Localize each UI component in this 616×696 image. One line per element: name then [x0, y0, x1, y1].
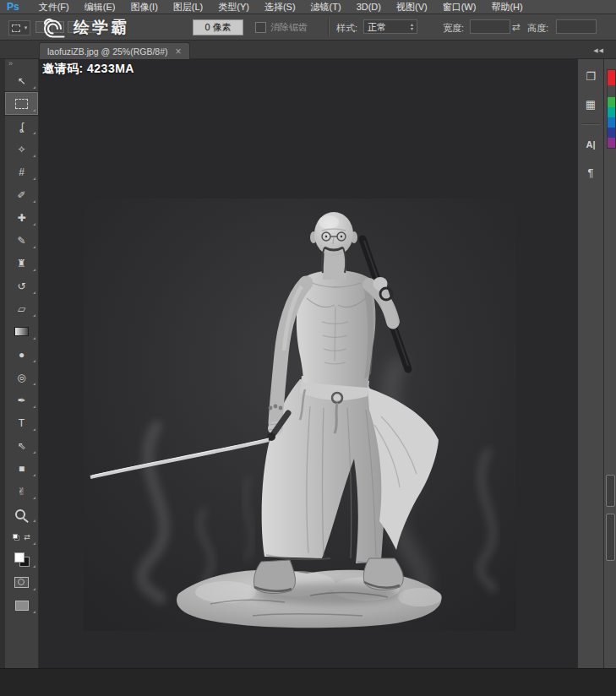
- feather-input[interactable]: 0 像素: [193, 19, 243, 35]
- move-tool[interactable]: ↖: [5, 69, 38, 92]
- type-tool[interactable]: T: [5, 411, 38, 434]
- height-input[interactable]: [556, 19, 597, 34]
- path-selection-icon: ⇖: [17, 440, 25, 452]
- close-icon[interactable]: ×: [176, 46, 182, 57]
- clone-stamp-icon: ♜: [17, 258, 26, 269]
- document-tab[interactable]: laofuziZB.jpg @ 25%(RGB/8#) ×: [39, 42, 190, 59]
- color-segment: [608, 107, 615, 117]
- screen-mode-button[interactable]: [5, 594, 38, 617]
- history-brush-tool[interactable]: ↺: [5, 275, 38, 297]
- menu-3d[interactable]: 3D(D): [349, 0, 389, 14]
- pen-icon: ✒: [17, 394, 25, 406]
- history-brush-icon: ↺: [17, 280, 25, 292]
- fg-bg-swatches[interactable]: [5, 548, 38, 571]
- foreground-color-swatch[interactable]: [14, 552, 25, 563]
- toolbar-collapse-icon[interactable]: »: [5, 59, 38, 69]
- photoshop-logo: Ps: [7, 1, 19, 13]
- color-segment: [608, 128, 615, 138]
- zoom-tool[interactable]: [5, 503, 38, 525]
- clone-source-panel-icon[interactable]: ❐: [586, 68, 596, 84]
- quick-mask-icon: [14, 577, 29, 588]
- type-icon: T: [19, 417, 25, 429]
- width-label: 宽度:: [443, 22, 464, 35]
- photoshop-window: Ps 文件(F) 编辑(E) 图像(I) 图层(L) 类型(Y) 选择(S) 滤…: [0, 0, 616, 696]
- right-edge-strip: [603, 59, 616, 669]
- huixueba-watermark: 绘学霸: [39, 16, 129, 39]
- color-spectrum-bar[interactable]: [607, 69, 616, 149]
- dodge-icon: ◎: [17, 372, 25, 383]
- gradient-tool[interactable]: [5, 320, 38, 343]
- menu-image[interactable]: 图像(I): [123, 0, 165, 14]
- brush-tool[interactable]: ✎: [5, 229, 38, 252]
- collapsed-panel-tab[interactable]: [606, 514, 615, 561]
- menu-layer[interactable]: 图层(L): [166, 0, 210, 14]
- menu-edit[interactable]: 编辑(E): [77, 0, 123, 14]
- color-segment: [608, 85, 615, 97]
- panel-dock: ❐ ▦ A| ¶: [577, 59, 603, 669]
- eyedropper-icon: ✐: [17, 189, 25, 201]
- menu-help[interactable]: 帮助(H): [483, 0, 530, 14]
- document-tab-title: laofuziZB.jpg @ 25%(RGB/8#): [47, 46, 168, 57]
- dock-collapse-icon[interactable]: ◀◀: [593, 47, 604, 54]
- rectangle-icon: ■: [19, 463, 25, 475]
- eraser-tool[interactable]: ▱: [5, 297, 38, 320]
- tool-preset-picker[interactable]: ▾: [8, 20, 30, 35]
- swap-colors-icon[interactable]: ⇄: [24, 533, 30, 541]
- swap-dimensions-icon[interactable]: ⇄: [512, 21, 521, 33]
- collapsed-panel-tab[interactable]: [606, 475, 615, 507]
- eraser-icon: ▱: [18, 303, 25, 315]
- chevron-down-icon: ▾: [25, 24, 28, 31]
- color-segment: [608, 70, 615, 85]
- rectangular-marquee-tool[interactable]: [5, 92, 38, 115]
- color-segment: [608, 117, 615, 128]
- spinner-icon[interactable]: ▴▾: [411, 20, 413, 33]
- height-label: 高度:: [527, 22, 548, 35]
- menu-window[interactable]: 窗口(W): [435, 0, 484, 14]
- tool-options-bar: ▾ 0 像素 消除锯齿 样式: 正常 ▴▾ 宽度: ⇄ 高度:: [0, 14, 616, 41]
- blur-icon: ●: [19, 349, 25, 361]
- color-control-row[interactable]: ⇄: [5, 525, 38, 548]
- healing-brush-icon: ✚: [17, 212, 25, 224]
- lasso-tool[interactable]: ʆ: [5, 115, 38, 138]
- rectangle-tool[interactable]: ■: [5, 457, 38, 480]
- options-separator: [328, 18, 330, 36]
- anti-alias-checkbox[interactable]: [255, 22, 266, 33]
- sculpture-image: [84, 198, 516, 631]
- screen-mode-icon: [15, 601, 29, 611]
- menu-file[interactable]: 文件(F): [31, 0, 77, 14]
- style-label: 样式:: [336, 22, 357, 35]
- path-selection-tool[interactable]: ⇖: [5, 434, 38, 457]
- document-tab-bar: laofuziZB.jpg @ 25%(RGB/8#) × ◀◀: [0, 41, 616, 59]
- crop-icon: #: [19, 166, 25, 178]
- menu-view[interactable]: 视图(V): [389, 0, 435, 14]
- hand-tool[interactable]: ✌: [5, 480, 38, 503]
- document-canvas[interactable]: [84, 198, 516, 631]
- magic-wand-icon: ✧: [17, 144, 25, 155]
- canvas-area[interactable]: 邀请码: 4233MA: [39, 59, 577, 669]
- menu-filter[interactable]: 滤镜(T): [303, 0, 349, 14]
- marquee-icon: [15, 99, 28, 109]
- cloud-swirl-logo-icon: [39, 17, 68, 39]
- clone-stamp-tool[interactable]: ♜: [5, 252, 38, 275]
- marquee-preset-icon: [12, 24, 20, 32]
- eyedropper-tool[interactable]: ✐: [5, 183, 38, 206]
- dodge-tool[interactable]: ◎: [5, 366, 38, 389]
- paragraph-panel-icon[interactable]: ¶: [588, 164, 594, 181]
- default-colors-icon[interactable]: [13, 534, 19, 541]
- magic-wand-tool[interactable]: ✧: [5, 138, 38, 160]
- crop-tool[interactable]: #: [5, 160, 38, 183]
- blur-tool[interactable]: ●: [5, 343, 38, 366]
- menu-type[interactable]: 类型(Y): [210, 0, 257, 14]
- swatches-panel-icon[interactable]: ▦: [586, 95, 596, 112]
- width-input[interactable]: [470, 19, 510, 34]
- style-select[interactable]: 正常 ▴▾: [363, 19, 417, 34]
- menu-select[interactable]: 选择(S): [257, 0, 303, 14]
- pen-tool[interactable]: ✒: [5, 389, 38, 411]
- quick-mask-button[interactable]: [5, 571, 38, 594]
- character-panel-icon[interactable]: A|: [586, 136, 595, 153]
- healing-brush-tool[interactable]: ✚: [5, 206, 38, 229]
- style-value: 正常: [368, 20, 386, 33]
- menu-bar: Ps 文件(F) 编辑(E) 图像(I) 图层(L) 类型(Y) 选择(S) 滤…: [0, 0, 616, 14]
- brush-icon: ✎: [17, 235, 25, 247]
- zoom-icon: [15, 509, 25, 519]
